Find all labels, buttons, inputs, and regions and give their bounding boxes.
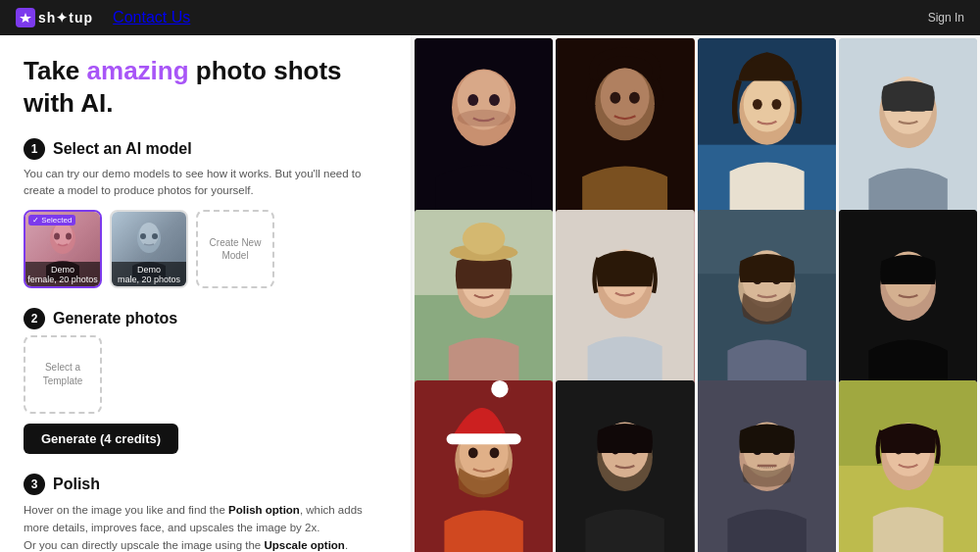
selected-badge: ✓ Selected <box>28 215 75 226</box>
model-card-male[interactable]: Demo male, 20 photos <box>110 210 188 288</box>
photo-11-portrait <box>698 380 836 552</box>
step-3-header: 3 Polish <box>24 474 387 495</box>
photo-grid <box>412 35 980 552</box>
step-2: 2 Generate photos Select a Template Gene… <box>24 308 387 454</box>
step-2-header: 2 Generate photos <box>24 308 387 329</box>
step-3-num: 3 <box>24 474 45 495</box>
svg-point-24 <box>752 99 761 110</box>
template-selector[interactable]: Select a Template <box>24 335 102 414</box>
svg-point-62 <box>490 448 500 459</box>
svg-point-8 <box>152 233 158 239</box>
svg-point-3 <box>54 233 60 240</box>
svg-point-13 <box>489 94 500 106</box>
svg-point-7 <box>140 233 146 239</box>
logo[interactable]: sh✦tup <box>16 8 93 27</box>
hero-highlight: amazing <box>87 56 189 85</box>
step-1-num: 1 <box>24 138 45 160</box>
svg-point-14 <box>457 110 510 126</box>
hero-prefix: Take <box>24 56 87 85</box>
logo-icon <box>16 8 35 27</box>
contact-us-link[interactable]: Contact Us <box>113 9 190 26</box>
step-1-desc: You can try our demo models to see how i… <box>24 166 387 200</box>
step-3: 3 Polish Hover on the image you like and… <box>24 474 387 553</box>
left-panel: Take amazing photo shots with AI. 1 Sele… <box>0 35 412 552</box>
svg-point-4 <box>66 233 72 240</box>
generate-button[interactable]: Generate (4 credits) <box>24 424 178 454</box>
header-left: sh✦tup Contact Us <box>16 8 190 27</box>
svg-point-61 <box>468 448 478 459</box>
svg-point-19 <box>629 92 640 104</box>
step-2-title: Generate photos <box>53 310 177 327</box>
header: sh✦tup Contact Us Sign In <box>0 0 980 35</box>
svg-marker-0 <box>20 13 31 23</box>
photo-11[interactable] <box>698 380 836 552</box>
svg-rect-63 <box>447 434 521 445</box>
photo-12-portrait <box>839 380 977 552</box>
photo-12[interactable] <box>839 380 977 552</box>
step-2-num: 2 <box>24 308 45 329</box>
photo-9-portrait <box>415 380 553 552</box>
polish-description: Hover on the image you like and find the… <box>24 501 387 553</box>
model-female-label: Demo female, 20 photos <box>25 262 100 286</box>
step-1-title: Select an AI model <box>53 140 192 158</box>
create-new-text: Create New Model <box>198 236 272 262</box>
sign-in-button[interactable]: Sign In <box>928 11 964 25</box>
svg-rect-41 <box>463 223 505 255</box>
svg-point-64 <box>491 380 508 397</box>
svg-point-17 <box>601 68 650 125</box>
svg-point-12 <box>467 94 478 106</box>
hero-title: Take amazing photo shots with AI. <box>24 55 387 119</box>
main-layout: Take amazing photo shots with AI. 1 Sele… <box>0 35 980 552</box>
step-1: 1 Select an AI model You can try our dem… <box>24 138 387 288</box>
model-cards: ✓ Selected Demo female, 20 photos <box>24 210 387 288</box>
model-card-female[interactable]: ✓ Selected Demo female, 20 photos <box>24 210 102 288</box>
model-male-label: Demo male, 20 photos <box>112 262 186 286</box>
template-placeholder-text: Select a Template <box>25 361 100 388</box>
svg-point-18 <box>611 92 621 104</box>
photo-10-portrait <box>556 380 694 552</box>
step-1-header: 1 Select an AI model <box>24 138 387 160</box>
photo-10[interactable] <box>556 380 694 552</box>
step-3-title: Polish <box>53 476 100 493</box>
logo-text: sh✦tup <box>38 10 93 25</box>
svg-point-25 <box>771 99 781 110</box>
create-new-model-card[interactable]: Create New Model <box>196 210 274 288</box>
photo-9[interactable] <box>415 380 553 552</box>
